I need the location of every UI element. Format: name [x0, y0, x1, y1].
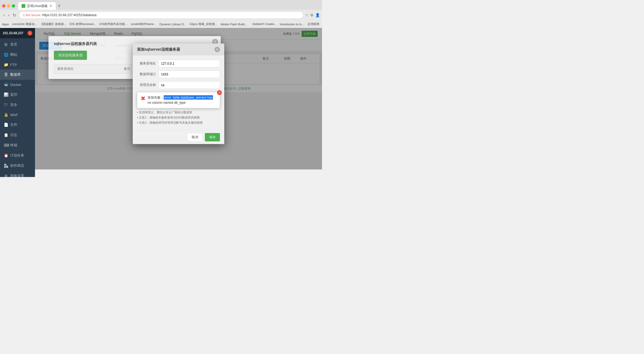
db-port-row: 数据库端口: [137, 70, 220, 78]
sidebar-item-cron[interactable]: ⏰ 计划任务: [0, 150, 35, 161]
maximize-traffic-light[interactable]: [12, 4, 15, 8]
home-icon: ⊞: [4, 42, 8, 47]
sidebar-item-ftp[interactable]: 📁 FTP: [0, 60, 35, 70]
website-icon: 🌐: [4, 53, 8, 57]
sidebar-item-label-appstore: 软件商店: [10, 163, 24, 168]
sidebar-item-files[interactable]: 📄 文件: [0, 120, 35, 130]
bookmarks-bar: Apps cocos2dx 模版动... 【新提醒】游戏游... IOS-使用f…: [0, 20, 322, 28]
tab-favicon: [22, 4, 25, 8]
panel-settings-icon: ⚙: [4, 174, 8, 177]
admin-user-input[interactable]: [159, 81, 220, 89]
apps-label: Apps: [2, 23, 9, 26]
sidebar-item-home[interactable]: ⊞ 首页: [0, 39, 35, 50]
sidebar-item-label-security: 安全: [10, 102, 17, 107]
sidebar-item-label-terminal: 终端: [10, 143, 17, 148]
bookmark-ios1[interactable]: IOS-使用framewor...: [69, 22, 96, 26]
sidebar-item-appstore[interactable]: 🏪 软件商店: [0, 161, 35, 171]
notification-badge[interactable]: 1: [27, 31, 32, 36]
bookmark-adobe-creative[interactable]: 《Adobe® Creativ...: [250, 22, 276, 26]
sidebar-item-security[interactable]: 🛡 安全: [0, 100, 35, 110]
sidebar-item-docker[interactable]: 🐳 Docker: [0, 80, 35, 89]
sidebar-item-label-cron: 计划任务: [10, 153, 24, 158]
sidebar-item-label-logs: 日志: [10, 133, 17, 137]
address-bar[interactable]: ⚠ Not Secure https://101.33.68.237:40252…: [19, 11, 303, 19]
sidebar-item-monitor[interactable]: 📊 监控: [0, 89, 35, 100]
admin-user-label: 管理员名称: [137, 83, 159, 87]
reload-button[interactable]: ↻: [12, 12, 17, 18]
logs-icon: 📋: [4, 133, 8, 137]
sidebar-item-logs[interactable]: 📋 日志: [0, 130, 35, 140]
docker-icon: 🐳: [4, 82, 8, 87]
forward-button[interactable]: ›: [7, 12, 10, 18]
admin-user-row: 管理员名称: [137, 81, 220, 89]
files-icon: 📄: [4, 123, 8, 127]
monitor-icon: 📊: [4, 92, 8, 97]
profile-button[interactable]: 👤: [315, 13, 320, 17]
db-port-label: 数据库端口: [137, 72, 159, 77]
bookmark-button[interactable]: ☆: [305, 13, 309, 17]
main-dialog-title: 添加sqlserver远程服务器: [137, 47, 180, 52]
bookmark-adobe-flash[interactable]: Adobe Flash Build...: [220, 23, 247, 26]
bookmark-ios2[interactable]: iOS程序插件及功能...: [99, 22, 128, 26]
main-dialog-close-button[interactable]: ✕: [215, 47, 220, 52]
add-remote-server-button[interactable]: 添加远程服务器: [54, 51, 87, 60]
note-1: • 支持阿里云、腾讯云等云厂商的云数据库: [137, 110, 220, 114]
ftp-icon: 📁: [4, 63, 8, 67]
dialog-notes: • 支持阿里云、腾讯云等云厂商的云数据库 • 注意1：请确保本服务器有访问问数据…: [137, 110, 220, 125]
bookmark-dynamic[interactable]: Dynamic Library D...: [159, 23, 186, 26]
sidebar: 101.33.68.237 1 ⊞ 首页 🌐 网站 📁 FTP 🗄 数据库 🐳: [0, 28, 35, 177]
sidebar-item-label-docker: Docker: [10, 83, 21, 87]
error-suffix: no column named db_type: [148, 100, 186, 104]
server-addr-input[interactable]: [159, 60, 220, 67]
database-icon: 🗄: [4, 72, 8, 77]
browser-tab[interactable]: 宝塔Linux面板 ✕: [18, 2, 56, 10]
close-traffic-light[interactable]: [2, 4, 5, 8]
server-addr-label: 服务器地址: [137, 61, 159, 66]
waf-icon: 🔒: [4, 113, 8, 117]
minimize-traffic-light[interactable]: [7, 4, 10, 8]
bookmark-game[interactable]: 【新提醒】游戏游...: [40, 22, 66, 26]
sidebar-item-panel-settings[interactable]: ⚙ 面板设置: [0, 171, 35, 177]
bookmark-gigoo[interactable]: GIgoo 搜索_谷歌搜...: [190, 22, 217, 26]
sidebar-item-waf[interactable]: 🔒 WAF: [0, 110, 35, 120]
new-tab-button[interactable]: +: [57, 3, 62, 9]
col-server-addr: 服务器地址: [57, 67, 124, 71]
back-button[interactable]: ‹: [2, 12, 6, 18]
sidebar-item-website[interactable]: 🌐 网站: [0, 50, 35, 60]
address-bar-row: ‹ › ↻ ⚠ Not Secure https://101.33.68.237…: [0, 10, 322, 20]
extensions-button[interactable]: ⚙: [310, 13, 314, 17]
warning-icon: ⚠: [22, 13, 25, 17]
sidebar-item-label-website: 网站: [10, 52, 17, 57]
bookmark-football[interactable]: 足球新闻: [307, 22, 319, 26]
error-popup: ✖ 添加失败：error: table database_servers has…: [137, 92, 220, 108]
error-highlighted: error: table database_servers has: [164, 95, 213, 99]
save-button[interactable]: 保存: [205, 133, 220, 141]
bookmark-intro[interactable]: Introduction to In...: [280, 23, 304, 26]
error-prefix: 添加失败：: [148, 95, 164, 99]
sidebar-item-label-files: 文件: [10, 122, 17, 127]
sidebar-item-database[interactable]: 🗄 数据库: [0, 70, 35, 80]
cancel-button[interactable]: 取消: [187, 133, 203, 141]
terminal-icon: ⌨: [4, 143, 8, 147]
bookmark-xcode[interactable]: xcode6制作frame...: [131, 22, 156, 26]
security-icon: 🛡: [4, 103, 8, 107]
bookmark-cocos2dx[interactable]: cocos2dx 模版动...: [12, 22, 37, 26]
not-secure-indicator: ⚠ Not Secure: [22, 13, 41, 17]
tab-title: 宝塔Linux面板: [27, 4, 48, 8]
error-close-button[interactable]: ✕: [217, 90, 222, 95]
tab-close-button[interactable]: ✕: [49, 4, 52, 8]
sidebar-item-label-database: 数据库: [10, 72, 21, 77]
sidebar-item-terminal[interactable]: ⌨ 终端: [0, 140, 35, 150]
error-icon: ✖: [141, 95, 145, 102]
cron-icon: ⏰: [4, 153, 8, 158]
modal-overlay: sqlserver远程服务器列表 添加远程服务器 服务器地址 备注 操作 ✕ 添…: [35, 28, 322, 169]
appstore-icon: 🏪: [4, 164, 8, 168]
sidebar-menu: ⊞ 首页 🌐 网站 📁 FTP 🗄 数据库 🐳 Docker 📊 监控: [0, 38, 35, 177]
bookmark-apps[interactable]: Apps: [2, 23, 9, 26]
db-port-input[interactable]: [159, 70, 220, 78]
sidebar-item-label-waf: WAF: [10, 113, 18, 117]
main-add-dialog: 添加sqlserver远程服务器 ✕ 服务器地址 数据库端口: [133, 43, 224, 144]
server-ip: 101.33.68.237: [3, 31, 23, 35]
sidebar-item-label-home: 首页: [10, 42, 17, 47]
sidebar-item-label-ftp: FTP: [10, 63, 17, 67]
